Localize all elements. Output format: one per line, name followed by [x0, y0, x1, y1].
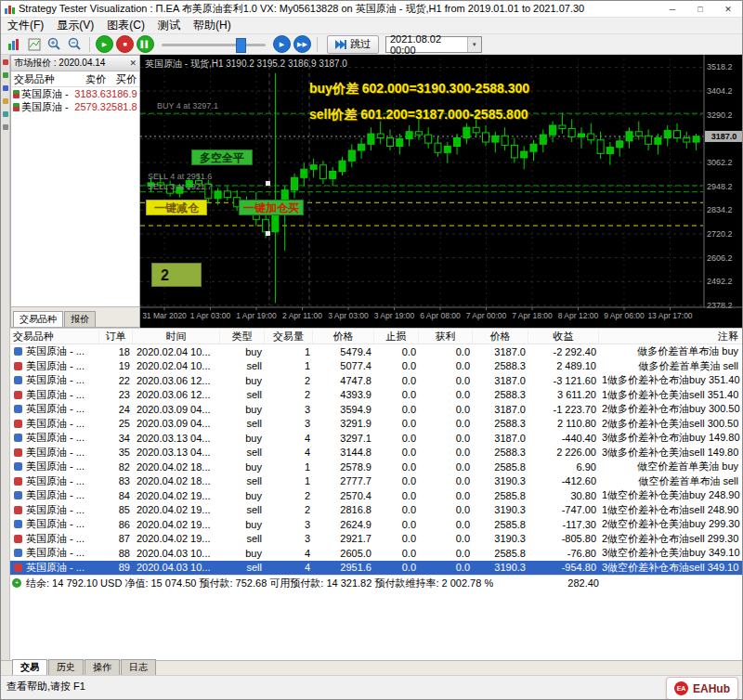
trade-cell: 1 — [265, 346, 313, 357]
trade-row[interactable]: 美国原油 - ...822020.04.02 18...buy12578.90.… — [10, 460, 743, 474]
trade-cell: 0.0 — [374, 475, 419, 486]
trades-column-header[interactable]: 时间 — [133, 330, 220, 344]
market-watch-close-icon[interactable]: ✕ — [129, 58, 137, 68]
close-all-positions-button[interactable]: 多空全平 — [191, 149, 253, 165]
svg-text:2492.2: 2492.2 — [707, 277, 733, 286]
market-watch-tab-0[interactable]: 交易品种 — [13, 311, 63, 327]
trade-cell: 0.0 — [419, 461, 473, 473]
trade-cell: 18 — [99, 346, 133, 357]
trade-cell: 3190.3 — [473, 533, 528, 544]
zoom-out-icon[interactable] — [66, 36, 84, 53]
pause-button[interactable]: ▌▌ — [137, 35, 154, 53]
trades-column-header[interactable]: 交易量 — [265, 330, 313, 344]
trade-symbol: 英国原油 - ... — [26, 402, 85, 416]
menu-bar: 文件(F)显示(V)图表(C)测试帮助(H) — [1, 18, 742, 34]
add-position-button[interactable]: 一键加仓买 — [239, 200, 304, 215]
trades-column-header[interactable]: 价格 — [313, 330, 374, 344]
trades-column-header[interactable]: 订单 — [99, 330, 133, 344]
speed-slider[interactable] — [162, 37, 266, 52]
trades-column-header[interactable]: 止损 — [374, 330, 419, 344]
menu-item-4[interactable]: 帮助(H) — [187, 18, 238, 33]
reduce-position-button[interactable]: 一键减仓 — [146, 200, 207, 215]
trade-row[interactable]: 英国原油 - ...342020.03.13 04...buy43297.10.… — [10, 431, 743, 446]
trades-column-header[interactable]: 类型 — [220, 330, 265, 344]
trade-row[interactable]: 美国原油 - ...252020.03.09 04...sell33291.90… — [10, 417, 743, 432]
trade-symbol: 英国原油 - ... — [26, 532, 85, 546]
menu-item-0[interactable]: 文件(F) — [1, 18, 50, 33]
trade-row[interactable]: 英国原油 - ...832020.04.02 18...sell12777.70… — [10, 474, 743, 489]
dropdown-arrow-icon[interactable]: ▼ — [467, 37, 481, 52]
order-marker-buy4: BUY 4 at 3297.1 — [157, 101, 218, 110]
trades-column-header[interactable]: 交易品种 — [10, 330, 99, 344]
ask-price: 2581.8 — [106, 101, 139, 112]
market-watch-row[interactable]: 美国原油 - ...2579.32581.8 — [11, 100, 139, 113]
trade-cell: 3187.0 — [473, 346, 528, 357]
menu-item-2[interactable]: 图表(C) — [100, 18, 151, 33]
trade-row[interactable]: 美国原油 - ...352020.03.13 04...sell43144.80… — [10, 446, 743, 460]
eahub-badge[interactable]: EA EAHub — [666, 677, 738, 700]
bottom-tab-0[interactable]: 交易 — [12, 659, 47, 675]
trades-column-header[interactable]: 获利 — [419, 330, 473, 344]
stop-button[interactable]: ■ — [116, 35, 134, 53]
minimize-button[interactable]: ─ — [658, 5, 686, 14]
trades-column-header[interactable]: 收益 — [528, 330, 599, 344]
menu-item-1[interactable]: 显示(V) — [50, 18, 100, 33]
account-summary-row: + 结余: 14 792.10 USD 净值: 15 074.50 预付款: 7… — [10, 575, 743, 590]
trade-cell: 美国原油 - ... — [10, 488, 99, 502]
bottom-tab-3[interactable]: 日志 — [121, 659, 156, 675]
symbol-icon — [13, 90, 20, 98]
chart-scale-icon[interactable] — [25, 36, 43, 53]
trade-cell: 英国原油 - ... — [10, 431, 99, 445]
market-watch-row[interactable]: 英国原油 - ...3183.63186.9 — [11, 87, 139, 100]
trade-cell: 2020.03.13 04... — [133, 447, 220, 458]
window-title: Strategy Tester Visualization : Π.EA 布美原… — [19, 2, 658, 16]
trade-cell: 0.0 — [374, 504, 419, 515]
trade-cell: 82 — [99, 461, 133, 473]
zoom-in-icon[interactable] — [46, 36, 63, 53]
slider-thumb[interactable] — [236, 38, 246, 53]
trade-symbol: 英国原油 - ... — [26, 373, 85, 387]
trade-row[interactable]: 英国原油 - ...852020.04.02 19...sell22816.80… — [10, 503, 743, 518]
trade-row[interactable]: 美国原油 - ...882020.04.03 10...buy42605.00.… — [10, 546, 743, 561]
order-type-icon — [14, 448, 22, 457]
trade-cell: 1做多价差补仓布油buy 351.40 — [599, 373, 743, 387]
trade-row[interactable]: 英国原油 - ...872020.04.02 19...sell32921.70… — [10, 532, 743, 547]
chart-area[interactable]: 31 Mar 20201 Apr 03:001 Apr 19:002 Apr 1… — [140, 55, 743, 328]
trade-symbol: 美国原油 - ... — [26, 359, 85, 373]
fast-forward-button[interactable]: ▶▶ — [293, 35, 311, 53]
trade-row[interactable]: 美国原油 - ...862020.04.02 19...buy32624.90.… — [10, 517, 743, 532]
trade-cell: buy — [220, 490, 265, 501]
maximize-button[interactable]: □ — [686, 5, 714, 14]
trade-cell: 1 — [265, 360, 313, 371]
trade-row[interactable]: 美国原油 - ...842020.04.02 19...buy22570.40.… — [10, 488, 743, 503]
trade-row[interactable]: 美国原油 - ...192020.02.04 10...sell15077.40… — [10, 359, 743, 374]
chart-bars-icon[interactable] — [5, 36, 22, 53]
trades-column-header[interactable]: 注释 — [599, 330, 743, 344]
bottom-tab-2[interactable]: 操作 — [85, 659, 120, 675]
play-button[interactable]: ▶ — [96, 35, 113, 53]
svg-text:1 Apr 03:00: 1 Apr 03:00 — [190, 311, 231, 320]
market-watch-column-header: 卖价 — [69, 72, 106, 86]
date-combobox[interactable]: 2021.08.02 00:00 ▼ — [385, 36, 482, 53]
bottom-tab-1[interactable]: 历史 — [48, 659, 84, 675]
skip-button[interactable]: 跳过 — [327, 35, 379, 54]
close-button[interactable]: ✕ — [714, 5, 742, 14]
background-app-icon — [3, 72, 8, 78]
trade-row[interactable]: 英国原油 - ...242020.03.09 04...buy33594.90.… — [10, 402, 743, 417]
trade-cell: 0.0 — [374, 433, 419, 444]
trade-row[interactable]: 美国原油 - ...232020.03.06 12...sell24393.90… — [10, 388, 743, 403]
menu-item-3[interactable]: 测试 — [151, 18, 187, 33]
trade-cell: 0.0 — [374, 461, 419, 473]
market-watch-tab-1[interactable]: 报价 — [64, 311, 96, 327]
trade-row[interactable]: 英国原油 - ...182020.02.04 10...buy15479.40.… — [10, 344, 743, 359]
trade-cell: -2 292.40 — [528, 346, 599, 357]
step-forward-button[interactable]: ▶ — [273, 35, 291, 53]
trade-row[interactable]: 英国原油 - ...892020.04.03 10...sell42951.60… — [10, 561, 743, 576]
trade-row[interactable]: 英国原油 - ...222020.03.06 12...buy24747.80.… — [10, 373, 743, 388]
trade-cell: 3187.0 — [473, 433, 528, 444]
trades-table-body: 英国原油 - ...182020.02.04 10...buy15479.40.… — [10, 344, 743, 575]
trade-cell: 2951.6 — [313, 562, 374, 573]
order-type-icon — [14, 405, 22, 413]
trades-column-header[interactable]: 价格 — [473, 330, 528, 344]
trade-cell: 0.0 — [374, 447, 419, 458]
